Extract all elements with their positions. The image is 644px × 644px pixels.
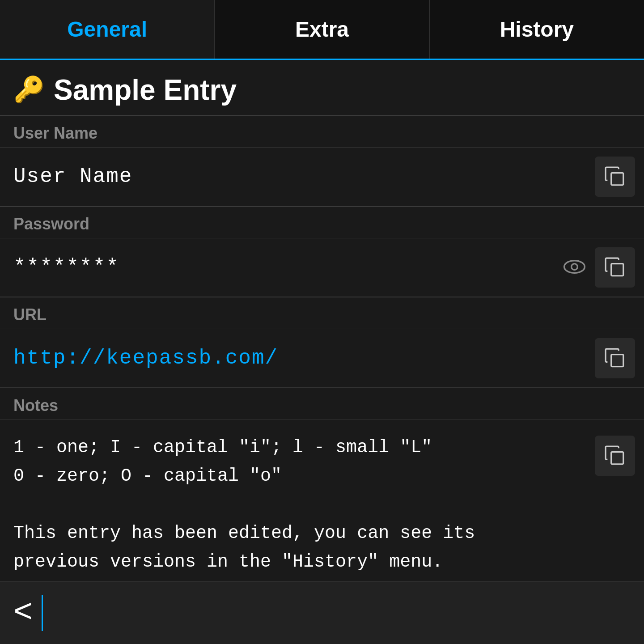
copy-icon <box>604 347 626 369</box>
bottom-bar: < <box>0 581 644 644</box>
svg-point-2 <box>572 264 578 270</box>
notes-icons <box>595 436 640 476</box>
password-copy-button[interactable] <box>595 247 635 288</box>
password-value-row: ******** <box>0 238 644 297</box>
tab-history-label: History <box>500 17 574 42</box>
svg-rect-3 <box>611 264 623 276</box>
tab-extra-label: Extra <box>295 17 349 42</box>
url-section: URL http://keepassb.com/ <box>0 297 644 388</box>
password-icons <box>562 247 640 288</box>
svg-point-1 <box>564 261 585 273</box>
tab-extra[interactable]: Extra <box>215 0 429 59</box>
notes-section: Notes 1 - one; I - capital "i"; l - smal… <box>0 388 644 590</box>
tab-bar: General Extra History <box>0 0 644 60</box>
notes-copy-button[interactable] <box>595 436 635 476</box>
username-value: User Name <box>13 165 595 188</box>
url-copy-button[interactable] <box>595 338 635 378</box>
copy-icon <box>604 445 626 467</box>
password-reveal-button[interactable] <box>562 254 587 280</box>
url-value-row: http://keepassb.com/ <box>0 329 644 388</box>
svg-rect-4 <box>611 355 623 367</box>
username-section: User Name User Name <box>0 115 644 206</box>
url-label: URL <box>0 297 644 329</box>
password-value: ******** <box>13 256 562 279</box>
copy-icon <box>604 165 626 188</box>
eye-icon <box>562 254 587 279</box>
content-area: 🔑 Sample Entry User Name User Name Passw… <box>0 60 644 590</box>
url-value[interactable]: http://keepassb.com/ <box>13 347 595 370</box>
back-button[interactable]: < <box>13 597 33 629</box>
entry-header: 🔑 Sample Entry <box>0 60 644 115</box>
username-label: User Name <box>0 116 644 147</box>
back-chevron: < <box>13 595 33 631</box>
svg-rect-0 <box>611 173 623 185</box>
username-icons <box>595 157 640 197</box>
username-value-row: User Name <box>0 147 644 206</box>
tab-general[interactable]: General <box>0 0 215 59</box>
notes-label: Notes <box>0 388 644 419</box>
tab-general-label: General <box>67 17 147 42</box>
username-copy-button[interactable] <box>595 157 635 197</box>
notes-value: 1 - one; I - capital "i"; l - small "L" … <box>13 433 595 576</box>
bottom-divider <box>42 595 43 631</box>
password-section: Password ******** <box>0 206 644 297</box>
tab-history[interactable]: History <box>430 0 644 59</box>
svg-rect-5 <box>611 452 623 464</box>
key-icon: 🔑 <box>13 75 45 106</box>
notes-value-row: 1 - one; I - capital "i"; l - small "L" … <box>0 419 644 590</box>
copy-icon <box>604 256 626 279</box>
entry-title: Sample Entry <box>54 73 237 106</box>
url-icons <box>595 338 640 378</box>
password-label: Password <box>0 207 644 238</box>
